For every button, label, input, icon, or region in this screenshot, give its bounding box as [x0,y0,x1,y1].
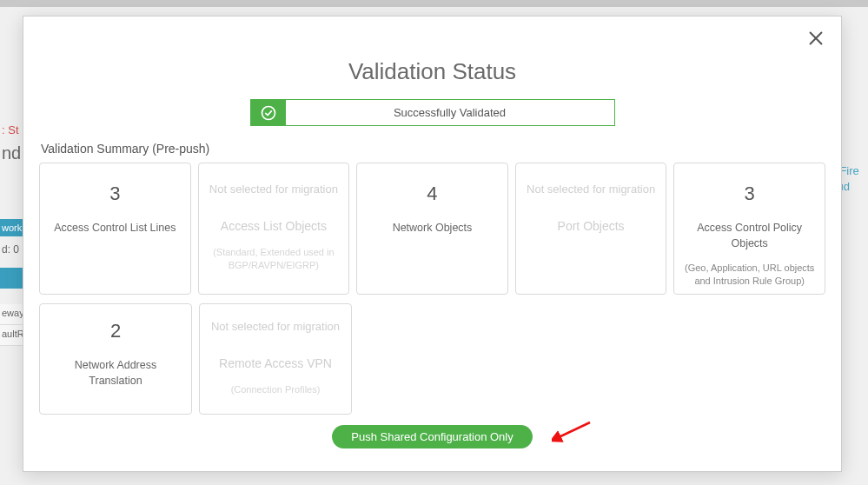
card-label: Network Address Translation [49,358,182,389]
card-acp-objects: 3 Access Control Policy Objects (Geo, Ap… [673,163,825,295]
svg-point-0 [262,106,275,119]
close-icon [806,36,825,50]
card-access-list-objects: Not selected for migration Access List O… [198,163,350,295]
annotation-arrow-icon [552,421,592,447]
card-label: Port Objects [558,218,625,236]
check-circle-icon [251,100,286,125]
card-port-objects: Not selected for migration Port Objects [515,163,667,295]
card-count: 4 [427,183,437,205]
card-label: Access List Objects [221,218,327,236]
card-count: 3 [745,183,755,205]
validation-modal: Validation Status Successfully Validated… [23,16,842,472]
card-not-selected: Not selected for migration [527,183,655,196]
card-label: Access Control Policy Objects [683,221,816,251]
success-banner-text: Successfully Validated [286,100,614,125]
modal-title: Validation Status [39,58,825,85]
card-label: Access Control List Lines [54,221,176,236]
success-banner: Successfully Validated [250,99,615,126]
card-count: 2 [110,320,121,342]
card-sub: (Connection Profiles) [231,383,321,396]
card-label: Network Objects [393,221,473,236]
card-sub: (Geo, Application, URL objects and Intru… [683,262,816,289]
push-shared-config-button[interactable]: Push Shared Configuration Only [332,425,532,448]
card-nat: 2 Network Address Translation [39,303,192,415]
close-button[interactable] [806,29,825,51]
card-sub: (Standard, Extended used in BGP/RAVPN/EI… [208,246,341,273]
card-not-selected: Not selected for migration [209,183,338,196]
card-remote-access-vpn: Not selected for migration Remote Access… [199,303,352,415]
card-not-selected: Not selected for migration [211,320,340,333]
card-network-objects: 4 Network Objects [356,163,508,295]
card-count: 3 [109,183,120,205]
svg-line-1 [557,422,590,438]
card-label: Remote Access VPN [219,355,332,373]
summary-subtitle: Validation Summary (Pre-push) [41,142,825,156]
card-acl-lines: 3 Access Control List Lines [39,163,191,295]
